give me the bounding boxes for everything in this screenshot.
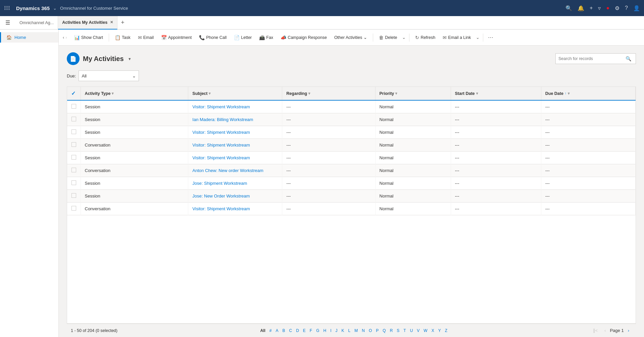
email-link-button[interactable]: ✉ Email a Link (440, 33, 474, 42)
row-subject-4[interactable]: Visitor: Shipment Workstream (188, 152, 282, 164)
alpha-btn-i[interactable]: I (329, 328, 333, 334)
alpha-btn-h[interactable]: H (322, 328, 328, 334)
alpha-btn-d[interactable]: D (294, 328, 301, 334)
alpha-btn-v[interactable]: V (415, 328, 421, 334)
checkbox-1[interactable] (71, 117, 76, 121)
email-link-chevron-icon[interactable]: ⌄ (475, 34, 480, 41)
hamburger-icon[interactable]: ☰ (3, 17, 13, 29)
table-header-activity-type[interactable]: Activity Type ▿ (81, 87, 188, 100)
table-header-start-date[interactable]: Start Date ▿ (451, 87, 541, 100)
due-date-filter-icon[interactable]: ▿ (568, 92, 569, 95)
alpha-btn-f[interactable]: F (308, 328, 314, 334)
row-subject-1[interactable]: Ian Madera: Billing Workstream (188, 113, 282, 126)
row-subject-7[interactable]: Jose: New Order Workstream (188, 190, 282, 203)
user-icon[interactable]: 👤 (633, 5, 640, 11)
row-check-2[interactable] (67, 126, 81, 139)
delete-button[interactable]: 🗑 Delete (376, 33, 400, 42)
due-date-sort-icon[interactable]: ↑ (565, 92, 566, 95)
task-button[interactable]: 📋 Task (112, 33, 134, 42)
row-check-4[interactable] (67, 152, 81, 164)
row-subject-0[interactable]: Visitor: Shipment Workstream (188, 100, 282, 113)
alpha-btn-p[interactable]: P (374, 328, 380, 334)
page-title-chevron-icon[interactable]: ▾ (129, 56, 131, 61)
checkbox-7[interactable] (71, 193, 76, 198)
tab-close-icon[interactable]: ✕ (110, 20, 113, 24)
subject-filter-icon[interactable]: ▿ (209, 92, 210, 95)
table-header-due-date[interactable]: Due Date ↑ ▿ (541, 87, 635, 100)
row-check-7[interactable] (67, 190, 81, 203)
page-prev-icon[interactable]: ‹ (602, 327, 608, 334)
letter-button[interactable]: 📄 Letter (231, 33, 255, 42)
alpha-btn-c[interactable]: C (288, 328, 294, 334)
table-header-regarding[interactable]: Regarding ▿ (282, 87, 375, 100)
filter-icon[interactable]: ▿ (598, 5, 601, 11)
forward-nav-icon[interactable]: › (65, 35, 67, 40)
filter-due-select[interactable]: All ⌄ (79, 70, 139, 81)
refresh-button[interactable]: ↻ Refresh (412, 33, 438, 42)
alpha-btn-r[interactable]: R (388, 328, 395, 334)
fax-button[interactable]: 📠 Fax (256, 33, 276, 42)
alpha-btn-#[interactable]: # (268, 328, 274, 334)
alpha-btn-z[interactable]: Z (443, 328, 449, 334)
show-chart-button[interactable]: 📊 Show Chart (71, 33, 106, 42)
regarding-filter-icon[interactable]: ▿ (308, 92, 310, 95)
phone-call-button[interactable]: 📞 Phone Call (196, 33, 230, 42)
search-box[interactable]: 🔍 (555, 53, 636, 64)
row-check-8[interactable] (67, 203, 81, 215)
alpha-btn-k[interactable]: K (340, 328, 346, 334)
alpha-btn-b[interactable]: B (281, 328, 287, 334)
search-icon[interactable]: 🔍 (626, 56, 631, 61)
alpha-btn-m[interactable]: M (353, 328, 359, 334)
tab-omnichannel[interactable]: Omnichannel Ag... (15, 16, 58, 30)
alpha-btn-u[interactable]: U (408, 328, 415, 334)
page-first-icon[interactable]: ‖< (590, 327, 601, 334)
alpha-btn-g[interactable]: G (314, 328, 321, 334)
appointment-button[interactable]: 📅 Appointment (158, 33, 195, 42)
row-subject-2[interactable]: Visitor: Shipment Workstream (188, 126, 282, 139)
other-activities-button[interactable]: Other Activities ⌄ (331, 33, 370, 42)
row-subject-8[interactable]: Visitor: Shipment Workstream (188, 203, 282, 215)
alpha-btn-t[interactable]: T (402, 328, 407, 334)
tab-add-icon[interactable]: + (117, 19, 128, 26)
more-options-icon[interactable]: ⋯ (486, 33, 495, 42)
alpha-btn-s[interactable]: S (395, 328, 401, 334)
notifications-icon[interactable]: 🔔 (578, 5, 584, 11)
delete-chevron-icon[interactable]: ⌄ (401, 34, 406, 41)
start-date-filter-icon[interactable]: ▿ (476, 92, 478, 95)
row-subject-6[interactable]: Jose: Shipment Workstream (188, 177, 282, 190)
checkbox-5[interactable] (71, 168, 76, 172)
row-check-5[interactable] (67, 164, 81, 177)
activity-type-filter-icon[interactable]: ▿ (112, 92, 113, 95)
checkbox-4[interactable] (71, 155, 76, 160)
alpha-btn-o[interactable]: O (367, 328, 374, 334)
search-input[interactable] (558, 56, 626, 61)
checkbox-3[interactable] (71, 142, 76, 147)
alpha-btn-l[interactable]: L (347, 328, 352, 334)
search-nav-icon[interactable]: 🔍 (565, 5, 572, 11)
checkbox-6[interactable] (71, 180, 76, 185)
row-subject-5[interactable]: Anton Chew: New order Workstream (188, 164, 282, 177)
help-icon[interactable]: ? (625, 5, 628, 11)
alpha-btn-y[interactable]: Y (437, 328, 443, 334)
table-header-priority[interactable]: Priority ▿ (375, 87, 451, 100)
alpha-btn-x[interactable]: X (430, 328, 436, 334)
table-header-check[interactable]: ✓ (67, 87, 81, 100)
title-chevron-icon[interactable]: ⌄ (53, 6, 57, 11)
tab-activities[interactable]: Activities My Activities ✕ (58, 16, 117, 30)
alpha-btn-a[interactable]: A (274, 328, 280, 334)
row-check-6[interactable] (67, 177, 81, 190)
settings-icon[interactable]: ⚙ (615, 5, 620, 11)
alpha-btn-j[interactable]: J (334, 328, 339, 334)
row-subject-3[interactable]: Visitor: Shipment Workstream (188, 139, 282, 152)
email-button[interactable]: ✉ Email (135, 33, 157, 42)
priority-filter-icon[interactable]: ▿ (395, 92, 397, 95)
waffle-icon[interactable]: ⁝⁝⁝ (4, 4, 10, 12)
page-next-icon[interactable]: › (625, 327, 632, 334)
checkbox-8[interactable] (71, 206, 76, 211)
checkbox-2[interactable] (71, 129, 76, 134)
back-nav-icon[interactable]: ‹ (63, 35, 64, 40)
alpha-btn-q[interactable]: Q (381, 328, 387, 334)
add-icon[interactable]: + (590, 5, 593, 11)
row-check-1[interactable] (67, 113, 81, 126)
sidebar-item-home[interactable]: 🏠 Home (0, 32, 58, 43)
